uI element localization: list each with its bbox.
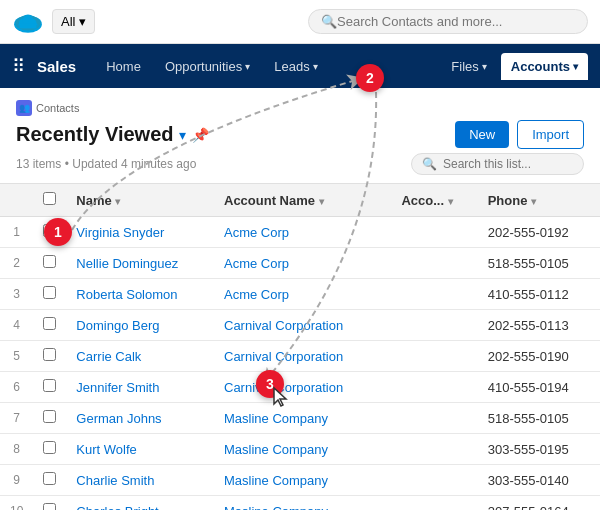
contact-name-link[interactable]: Roberta Solomon (76, 287, 177, 302)
app-launcher-icon[interactable]: ⠿ (12, 55, 25, 77)
contact-name-link[interactable]: Domingo Berg (76, 318, 159, 333)
contact-name-link[interactable]: Virginia Snyder (76, 225, 164, 240)
contact-name-link[interactable]: Carrie Calk (76, 349, 141, 364)
row-checkbox[interactable] (43, 379, 56, 392)
row-checkbox[interactable] (43, 410, 56, 423)
global-search-box[interactable]: 🔍 (308, 9, 588, 34)
phone-cell: 303-555-0140 (478, 465, 600, 496)
row-check[interactable] (33, 341, 66, 372)
contact-name-cell: Nellie Dominguez (66, 248, 214, 279)
account-name-link[interactable]: Acme Corp (224, 225, 289, 240)
phone-cell: 410-555-0112 (478, 279, 600, 310)
sort-icon: ▾ (319, 196, 324, 207)
all-dropdown[interactable]: All ▾ (52, 9, 95, 34)
contact-name-link[interactable]: Nellie Dominguez (76, 256, 178, 271)
account-name-cell: Acme Corp (214, 279, 391, 310)
nav-files[interactable]: Files ▾ (441, 53, 496, 80)
col-account-name[interactable]: Account Name ▾ (214, 184, 391, 217)
phone-cell: 518-555-0105 (478, 248, 600, 279)
row-num: 3 (0, 279, 33, 310)
search-icon: 🔍 (422, 157, 437, 171)
account-name-link[interactable]: Masline Company (224, 411, 328, 426)
account-name-link[interactable]: Carnival Corporation (224, 318, 343, 333)
table-row: 8 Kurt Wolfe Masline Company 303-555-019… (0, 434, 600, 465)
nav-bar: ⠿ Sales Home Opportunities ▾ Leads ▾ Fil… (0, 44, 600, 88)
account-name-cell: Masline Company (214, 465, 391, 496)
acco-cell (391, 434, 477, 465)
pin-icon[interactable]: 📌 (192, 127, 209, 143)
breadcrumb: 👥 Contacts (16, 100, 584, 116)
contacts-table: Name ▾ Account Name ▾ Acco... ▾ Phone ▾ … (0, 184, 600, 510)
row-checkbox[interactable] (43, 286, 56, 299)
table-row: 7 German Johns Masline Company 518-555-0… (0, 403, 600, 434)
row-num: 1 (0, 217, 33, 248)
list-meta-text: 13 items • Updated 4 minutes ago (16, 157, 196, 171)
nav-leads[interactable]: Leads ▾ (264, 53, 327, 80)
row-check[interactable] (33, 248, 66, 279)
row-check[interactable] (33, 310, 66, 341)
annotation-1: 1 (44, 218, 72, 246)
search-icon: 🔍 (321, 14, 337, 29)
all-label: All (61, 14, 75, 29)
row-check[interactable] (33, 279, 66, 310)
col-check[interactable] (33, 184, 66, 217)
svg-rect-8 (19, 23, 36, 28)
list-title-group: Recently Viewed ▾ 📌 (16, 123, 209, 146)
list-header: 👥 Contacts Recently Viewed ▾ 📌 New Impor… (0, 88, 600, 184)
row-check[interactable] (33, 372, 66, 403)
table-row: 9 Charlie Smith Masline Company 303-555-… (0, 465, 600, 496)
account-name-cell: Carnival Corporation (214, 372, 391, 403)
top-bar: All ▾ 🔍 (0, 0, 600, 44)
col-name[interactable]: Name ▾ (66, 184, 214, 217)
row-checkbox[interactable] (43, 472, 56, 485)
account-name-cell: Masline Company (214, 496, 391, 511)
contact-name-link[interactable]: Kurt Wolfe (76, 442, 136, 457)
row-num: 2 (0, 248, 33, 279)
row-checkbox[interactable] (43, 255, 56, 268)
table-row: 5 Carrie Calk Carnival Corporation 202-5… (0, 341, 600, 372)
import-button[interactable]: Import (517, 120, 584, 149)
col-acco[interactable]: Acco... ▾ (391, 184, 477, 217)
contact-name-link[interactable]: Charlie Smith (76, 473, 154, 488)
global-search-input[interactable] (337, 14, 575, 29)
recently-viewed-dropdown[interactable]: ▾ (179, 127, 186, 143)
list-search-box[interactable]: 🔍 (411, 153, 584, 175)
acco-cell (391, 403, 477, 434)
list-title: Recently Viewed (16, 123, 173, 146)
account-name-link[interactable]: Masline Company (224, 442, 328, 457)
row-checkbox[interactable] (43, 503, 56, 510)
row-check[interactable] (33, 403, 66, 434)
nav-accounts[interactable]: Accounts ▾ (501, 53, 588, 80)
select-all-checkbox[interactable] (43, 192, 56, 205)
row-num: 4 (0, 310, 33, 341)
row-check[interactable] (33, 465, 66, 496)
acco-cell (391, 372, 477, 403)
account-name-link[interactable]: Acme Corp (224, 287, 289, 302)
table-row: 10 Charles Bright Masline Company 307-55… (0, 496, 600, 511)
contact-name-cell: Carrie Calk (66, 341, 214, 372)
new-button[interactable]: New (455, 121, 509, 148)
row-checkbox[interactable] (43, 317, 56, 330)
account-name-link[interactable]: Acme Corp (224, 256, 289, 271)
account-name-link[interactable]: Masline Company (224, 504, 328, 511)
nav-home[interactable]: Home (96, 53, 151, 80)
row-check[interactable] (33, 496, 66, 511)
contact-name-cell: Roberta Solomon (66, 279, 214, 310)
contact-name-link[interactable]: German Johns (76, 411, 161, 426)
header-actions: New Import (455, 120, 584, 149)
nav-opportunities[interactable]: Opportunities ▾ (155, 53, 260, 80)
col-phone[interactable]: Phone ▾ (478, 184, 600, 217)
contact-name-link[interactable]: Jennifer Smith (76, 380, 159, 395)
sort-icon: ▾ (531, 196, 536, 207)
row-checkbox[interactable] (43, 441, 56, 454)
breadcrumb-label: Contacts (36, 102, 79, 114)
account-name-link[interactable]: Carnival Corporation (224, 349, 343, 364)
list-search-input[interactable] (443, 157, 573, 171)
row-checkbox[interactable] (43, 348, 56, 361)
account-name-link[interactable]: Masline Company (224, 473, 328, 488)
row-check[interactable] (33, 434, 66, 465)
list-meta: 13 items • Updated 4 minutes ago 🔍 (16, 153, 584, 175)
contacts-table-container: Name ▾ Account Name ▾ Acco... ▾ Phone ▾ … (0, 184, 600, 510)
nav-opportunities-label: Opportunities (165, 59, 242, 74)
contact-name-link[interactable]: Charles Bright (76, 504, 158, 511)
